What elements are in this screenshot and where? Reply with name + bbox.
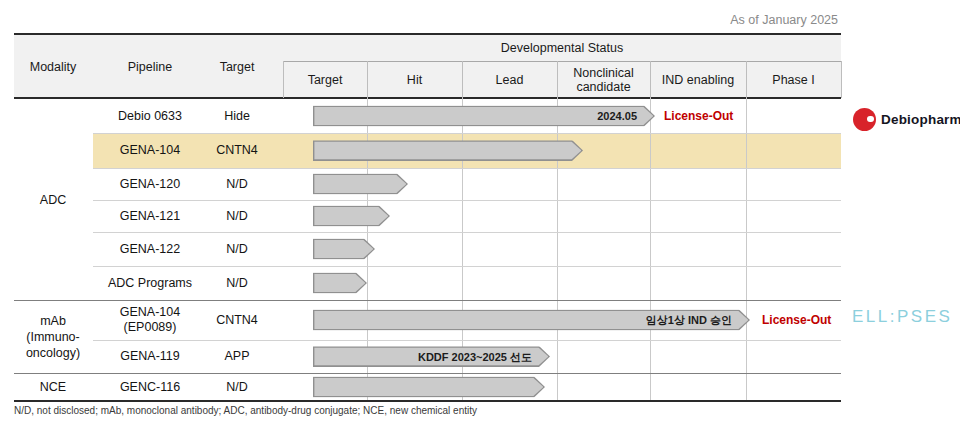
progress-arrow: 2024.05 <box>313 106 655 127</box>
progress-arrow <box>313 239 375 260</box>
target-name: N/D <box>200 200 274 232</box>
stage-header-lead: Lead <box>462 61 557 98</box>
as-of-date: As of January 2025 <box>0 13 838 27</box>
divider <box>367 61 368 98</box>
footnote: N/D, not disclosed; mAb, monoclonal anti… <box>14 405 477 416</box>
stage-header-hit: Hit <box>367 61 462 98</box>
license-out-label: License-Out <box>664 109 733 123</box>
target-name: APP <box>200 340 274 373</box>
stage-header-ind-enabling: IND enabling <box>650 61 746 98</box>
license-out-label: License-Out <box>762 313 831 327</box>
arrow-label: KDDF 2023~2025 선도 <box>313 346 550 367</box>
table-row-gena-122: GENA-122 N/D <box>0 232 960 266</box>
pipeline-name: GENA-120 <box>97 168 203 200</box>
pipeline-name: GENA-121 <box>97 200 203 232</box>
target-name: N/D <box>200 373 274 401</box>
stage-header-phase-1: Phase I <box>746 61 841 98</box>
progress-arrow: 임상1상 IND 승인 <box>313 310 750 331</box>
progress-arrow <box>313 140 583 161</box>
pipeline-name: Debio 0633 <box>97 99 203 133</box>
progress-arrow <box>313 377 545 398</box>
divider <box>746 61 747 98</box>
header-developmental-status: Developmental Status <box>283 35 841 61</box>
table-row-debio-0633: Debio 0633 Hide 2024.05 License-Out <box>0 99 960 133</box>
table-top-border <box>14 33 841 35</box>
pipeline-name: GENA-122 <box>97 232 203 266</box>
target-name: N/D <box>200 266 274 300</box>
divider <box>557 61 558 98</box>
target-name: CNTN4 <box>200 300 274 340</box>
pipeline-name: GENA-104 (EP0089) <box>97 300 203 340</box>
table-row-gena-119: GENA-119 APP KDDF 2023~2025 선도 <box>0 340 960 373</box>
progress-arrow <box>313 174 408 195</box>
pipeline-name: GENC-116 <box>97 373 203 401</box>
header-pipeline: Pipeline <box>97 35 203 98</box>
divider <box>650 61 651 98</box>
arrow-label: 임상1상 IND 승인 <box>313 310 750 331</box>
ellipses-logo: ELL:PSES <box>852 307 952 327</box>
header-target: Target <box>200 35 274 98</box>
stage-header-nonclinical-candidate: Nonclinical candidate <box>557 61 650 98</box>
table-row-gena-104-ep0089: GENA-104 (EP0089) CNTN4 임상1상 IND 승인 Lice… <box>0 300 960 340</box>
pipeline-name: GENA-119 <box>97 340 203 373</box>
target-name: N/D <box>200 168 274 200</box>
progress-arrow <box>313 273 367 294</box>
divider <box>462 61 463 98</box>
target-name: CNTN4 <box>200 133 274 168</box>
pipeline-name: ADC Programs <box>97 266 203 300</box>
debiopharm-logo: Debiopharm <box>853 106 960 132</box>
divider <box>841 61 842 98</box>
table-row-genc-116: GENC-116 N/D <box>0 373 960 401</box>
table-row-gena-121: GENA-121 N/D <box>0 200 960 232</box>
table-row-gena-104: GENA-104 CNTN4 <box>0 133 960 168</box>
debiopharm-icon <box>853 108 876 131</box>
target-name: N/D <box>200 232 274 266</box>
table-row-adc-programs: ADC Programs N/D <box>0 266 960 300</box>
stage-header-target: Target <box>283 61 367 98</box>
divider <box>283 61 284 98</box>
target-name: Hide <box>200 99 274 133</box>
progress-arrow <box>313 206 390 227</box>
progress-arrow: KDDF 2023~2025 선도 <box>313 346 550 367</box>
table-row-gena-120: GENA-120 N/D <box>0 168 960 200</box>
pipeline-name: GENA-104 <box>97 133 203 168</box>
header-modality: Modality <box>17 35 89 98</box>
pipeline-slide: As of January 2025 Modality Pipeline Tar… <box>0 0 960 426</box>
debiopharm-logo-text: Debiopharm <box>881 112 960 127</box>
arrow-label: 2024.05 <box>313 106 655 127</box>
